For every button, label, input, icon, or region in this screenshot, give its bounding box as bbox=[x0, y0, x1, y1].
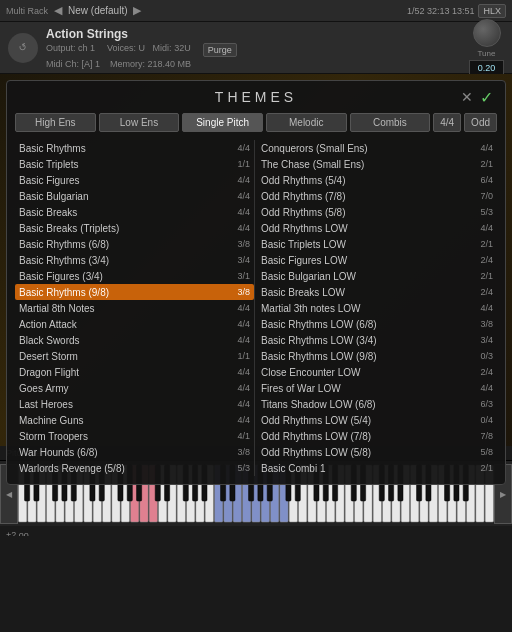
item-label: Basic Rhythms LOW (3/4) bbox=[261, 335, 377, 346]
item-label: Basic Figures LOW bbox=[261, 255, 347, 266]
tab-4-4[interactable]: 4/4 bbox=[433, 113, 461, 132]
list-item[interactable]: Titans Shadow LOW (6/8)6/3 bbox=[257, 396, 497, 412]
confirm-icon[interactable]: ✓ bbox=[480, 88, 493, 107]
item-label: Basic Rhythms (6/8) bbox=[19, 239, 109, 250]
item-label: Basic Rhythms LOW (9/8) bbox=[261, 351, 377, 362]
item-label: Basic Bulgarian bbox=[19, 191, 88, 202]
instrument-sub2: Midi Ch: [A] 1 Memory: 218.40 MB bbox=[46, 59, 461, 69]
list-item[interactable]: The Chase (Small Ens)2/1 bbox=[257, 156, 497, 172]
list-item[interactable]: Martial 3th notes LOW4/4 bbox=[257, 300, 497, 316]
item-label: Basic Rhythms bbox=[19, 143, 86, 154]
list-item[interactable]: Basic Rhythms4/4 bbox=[15, 140, 254, 156]
list-item[interactable]: War Hounds (6/8)3/8 bbox=[15, 444, 254, 460]
top-bar: Multi Rack ◀ New (default) ▶ 1/52 32:13 … bbox=[0, 0, 512, 22]
item-label: Basic Figures (3/4) bbox=[19, 271, 103, 282]
list-item[interactable]: Dragon Flight4/4 bbox=[15, 364, 254, 380]
item-label: Last Heroes bbox=[19, 399, 73, 410]
position-display: 1/52 32:13 13:51 bbox=[407, 6, 475, 16]
list-item[interactable]: Basic Breaks LOW2/4 bbox=[257, 284, 497, 300]
item-label: Odd Rhythms (7/8) bbox=[261, 191, 345, 202]
main-area: THEMES ✕ ✓ High Ens Low Ens Single Pitch… bbox=[0, 74, 512, 536]
list-item[interactable]: Basic Rhythms LOW (3/4)3/4 bbox=[257, 332, 497, 348]
tab-high-ens[interactable]: High Ens bbox=[15, 113, 96, 132]
memory-label: Memory: 218.40 MB bbox=[110, 59, 191, 69]
tune-knob-group: Tune 0.20 bbox=[469, 19, 504, 76]
list-item[interactable]: Basic Triplets LOW2/1 bbox=[257, 236, 497, 252]
list-item[interactable]: Odd Rhythms (5/4)6/4 bbox=[257, 172, 497, 188]
item-sig: 3/4 bbox=[471, 335, 493, 345]
list-item[interactable]: Basic Bulgarian LOW2/1 bbox=[257, 268, 497, 284]
item-sig: 2/1 bbox=[471, 159, 493, 169]
item-label: Black Swords bbox=[19, 335, 80, 346]
list-item[interactable]: Basic Triplets1/1 bbox=[15, 156, 254, 172]
list-item[interactable]: Odd Rhythms (5/8)5/3 bbox=[257, 204, 497, 220]
item-sig: 4/4 bbox=[228, 175, 250, 185]
list-item[interactable]: Basic Breaks (Triplets)4/4 bbox=[15, 220, 254, 236]
chevron-right-icon[interactable]: ▶ bbox=[133, 4, 141, 17]
list-item[interactable]: Basic Bulgarian4/4 bbox=[15, 188, 254, 204]
list-item[interactable]: Fires of War LOW4/4 bbox=[257, 380, 497, 396]
tune-label: Tune bbox=[478, 49, 496, 58]
chevron-left-icon[interactable]: ◀ bbox=[54, 4, 62, 17]
item-label: Odd Rhythms (5/4) bbox=[261, 175, 345, 186]
item-label: Martial 3th notes LOW bbox=[261, 303, 360, 314]
list-item[interactable]: Storm Troopers4/1 bbox=[15, 428, 254, 444]
hlx-button[interactable]: HLX bbox=[478, 4, 506, 18]
list-item[interactable]: Machine Guns4/4 bbox=[15, 412, 254, 428]
item-label: Odd Rhythms LOW (7/8) bbox=[261, 431, 371, 442]
tab-single-pitch[interactable]: Single Pitch bbox=[182, 113, 263, 132]
tab-odd[interactable]: Odd bbox=[464, 113, 497, 132]
item-sig: 4/4 bbox=[471, 223, 493, 233]
list-item[interactable]: Odd Rhythms LOW (5/4)0/4 bbox=[257, 412, 497, 428]
list-item[interactable]: Black Swords4/4 bbox=[15, 332, 254, 348]
list-item[interactable]: Basic Rhythms (3/4)3/4 bbox=[15, 252, 254, 268]
list-item[interactable]: Basic Rhythms (9/8)3/8 bbox=[15, 284, 254, 300]
list-item[interactable]: Conquerors (Small Ens)4/4 bbox=[257, 140, 497, 156]
item-label: Basic Breaks bbox=[19, 207, 77, 218]
list-item[interactable]: Odd Rhythms LOW (5/8)5/8 bbox=[257, 444, 497, 460]
item-label: Dragon Flight bbox=[19, 367, 79, 378]
tab-melodic[interactable]: Melodic bbox=[266, 113, 347, 132]
list-item[interactable]: Basic Figures LOW2/4 bbox=[257, 252, 497, 268]
list-item[interactable]: Martial 8th Notes4/4 bbox=[15, 300, 254, 316]
tab-low-ens[interactable]: Low Ens bbox=[99, 113, 180, 132]
item-sig: 5/3 bbox=[228, 463, 250, 473]
list-item[interactable]: Basic Figures (3/4)3/1 bbox=[15, 268, 254, 284]
voices-label: Voices: U Midi: 32U bbox=[107, 43, 191, 57]
close-icon[interactable]: ✕ bbox=[461, 89, 473, 105]
purge-button[interactable]: Purge bbox=[203, 43, 237, 57]
themes-tab-row: High Ens Low Ens Single Pitch Melodic Co… bbox=[15, 113, 497, 132]
item-label: Basic Rhythms (3/4) bbox=[19, 255, 109, 266]
list-item[interactable]: Basic Rhythms LOW (9/8)0/3 bbox=[257, 348, 497, 364]
themes-content-grid: Basic Rhythms4/4Basic Triplets1/1Basic F… bbox=[15, 140, 497, 476]
list-item[interactable]: Odd Rhythms LOW4/4 bbox=[257, 220, 497, 236]
tune-knob[interactable] bbox=[473, 19, 501, 47]
list-item[interactable]: Basic Combi 12/1 bbox=[257, 460, 497, 476]
list-item[interactable]: Action Attack4/4 bbox=[15, 316, 254, 332]
list-item[interactable]: Last Heroes4/4 bbox=[15, 396, 254, 412]
item-sig: 2/4 bbox=[471, 255, 493, 265]
themes-title: THEMES bbox=[215, 89, 297, 105]
item-sig: 4/4 bbox=[228, 367, 250, 377]
item-sig: 4/4 bbox=[228, 223, 250, 233]
list-item[interactable]: Close Encounter LOW2/4 bbox=[257, 364, 497, 380]
list-item[interactable]: Odd Rhythms (7/8)7/0 bbox=[257, 188, 497, 204]
list-item[interactable]: Basic Rhythms (6/8)3/8 bbox=[15, 236, 254, 252]
instrument-header: ↺ Action Strings Output: ch 1 Voices: U … bbox=[0, 22, 512, 74]
list-item[interactable]: Warlords Revenge (5/8)5/3 bbox=[15, 460, 254, 476]
instrument-info: Action Strings Output: ch 1 Voices: U Mi… bbox=[46, 27, 461, 69]
list-item[interactable]: Basic Figures4/4 bbox=[15, 172, 254, 188]
item-label: Desert Storm bbox=[19, 351, 78, 362]
item-label: Conquerors (Small Ens) bbox=[261, 143, 368, 154]
item-sig: 4/4 bbox=[228, 191, 250, 201]
item-sig: 4/4 bbox=[228, 383, 250, 393]
list-item[interactable]: Basic Rhythms LOW (6/8)3/8 bbox=[257, 316, 497, 332]
list-item[interactable]: Odd Rhythms LOW (7/8)7/8 bbox=[257, 428, 497, 444]
list-item[interactable]: Basic Breaks4/4 bbox=[15, 204, 254, 220]
tab-combis[interactable]: Combis bbox=[350, 113, 431, 132]
list-item[interactable]: Goes Army4/4 bbox=[15, 380, 254, 396]
item-sig: 6/4 bbox=[471, 175, 493, 185]
list-item[interactable]: Desert Storm1/1 bbox=[15, 348, 254, 364]
left-column: Basic Rhythms4/4Basic Triplets1/1Basic F… bbox=[15, 140, 255, 476]
item-label: Odd Rhythms LOW bbox=[261, 223, 348, 234]
